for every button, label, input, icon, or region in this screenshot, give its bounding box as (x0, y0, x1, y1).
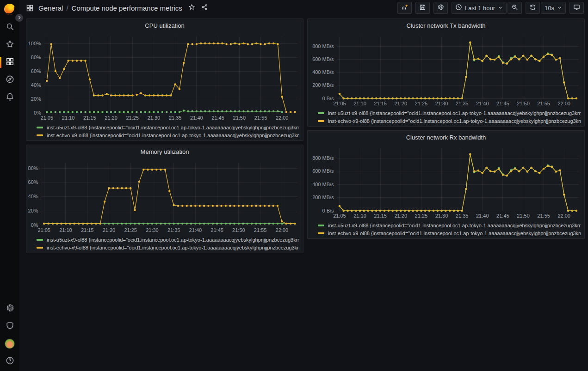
panel-header[interactable]: CPU utilization (26, 19, 303, 32)
time-range-label: Last 1 hour (465, 5, 495, 12)
network-tx-chart[interactable]: 0 B/s200 MB/s400 MB/s600 MB/s800 MB/s21:… (308, 32, 584, 109)
panel-header[interactable]: Cluster network Tx bandwidth (308, 19, 584, 32)
sidebar-item-help[interactable] (0, 353, 19, 370)
share-dashboard-button[interactable] (201, 4, 208, 12)
sidebar-expand-button[interactable] (15, 14, 23, 22)
dashboard-title[interactable]: Compute node performance metrics (72, 4, 182, 12)
grafana-flame-icon (4, 4, 15, 15)
svg-text:600 MB/s: 600 MB/s (312, 56, 334, 62)
add-panel-button[interactable] (397, 2, 412, 14)
kiosk-mode-button[interactable] (569, 2, 584, 14)
svg-text:21:55: 21:55 (537, 213, 550, 219)
svg-text:21:35: 21:35 (456, 213, 469, 219)
svg-text:60%: 60% (31, 68, 41, 74)
legend-series-name: inst-u5uzt-x9-ol88 {instancepoolid="ocid… (328, 110, 581, 116)
panel-network-rx: Cluster network Rx bandwidth 0 B/s200 MB… (307, 130, 585, 239)
legend-item[interactable]: inst-echvo-x9-ol88 {instancepoolid="ocid… (37, 131, 299, 139)
svg-text:20%: 20% (28, 208, 38, 213)
sidebar-nav-top (0, 18, 19, 106)
legend-item[interactable]: inst-echvo-x9-ol88 {instancepoolid="ocid… (37, 243, 299, 251)
zoom-out-icon (511, 4, 518, 12)
zoom-out-time-button[interactable] (508, 2, 522, 14)
legend-item[interactable]: inst-u5uzt-x9-ol88 {instancepoolid="ocid… (37, 123, 299, 131)
svg-text:20%: 20% (31, 96, 41, 102)
svg-text:21:20: 21:20 (394, 101, 407, 106)
sidebar-item-profile[interactable] (0, 335, 19, 353)
svg-text:21:55: 21:55 (254, 115, 267, 121)
main-area: General / Compute node performance metri… (19, 0, 588, 371)
legend-item[interactable]: inst-u5uzt-x9-ol88 {instancepoolid="ocid… (37, 236, 299, 243)
monitor-icon (573, 4, 580, 12)
help-icon (6, 356, 14, 367)
svg-text:0 B/s: 0 B/s (322, 96, 334, 101)
memory-utilization-chart[interactable]: 0%20%40%60%80%21:0521:1021:1521:2021:252… (26, 158, 303, 235)
network-rx-chart[interactable]: 0 B/s200 MB/s400 MB/s600 MB/s800 MB/s21:… (308, 144, 584, 221)
svg-text:0%: 0% (34, 110, 41, 116)
legend-series-swatch (37, 127, 43, 128)
sidebar (0, 0, 19, 371)
dashboards-grid-icon (6, 57, 14, 68)
legend: inst-u5uzt-x9-ol88 {instancepoolid="ocid… (26, 123, 303, 140)
svg-text:21:10: 21:10 (353, 101, 366, 106)
panel-header[interactable]: Cluster network Rx bandwidth (308, 131, 584, 144)
bell-icon (6, 92, 14, 103)
refresh-interval-label: 10s (545, 5, 554, 12)
refresh-interval-picker[interactable]: 10s (541, 2, 566, 14)
save-dashboard-button[interactable] (415, 2, 430, 14)
sidebar-item-starred[interactable] (0, 36, 19, 54)
svg-text:40%: 40% (31, 82, 41, 88)
gear-icon (437, 4, 444, 12)
dashboard-grid: CPU utilization 0%20%40%60%80%100%21:052… (19, 16, 588, 371)
panel-title: Cluster network Tx bandwidth (406, 22, 485, 29)
topbar: General / Compute node performance metri… (19, 0, 588, 16)
svg-text:21:05: 21:05 (41, 115, 54, 121)
clock-icon (455, 4, 462, 12)
svg-text:21:50: 21:50 (517, 101, 530, 106)
svg-text:200 MB/s: 200 MB/s (312, 195, 334, 200)
save-icon (419, 4, 426, 12)
legend-item[interactable]: inst-u5uzt-x9-ol88 {instancepoolid="ocid… (318, 109, 581, 117)
add-panel-icon (401, 4, 408, 12)
user-avatar (5, 339, 15, 349)
breadcrumb-folder[interactable]: General (38, 4, 63, 12)
legend-item[interactable]: inst-u5uzt-x9-ol88 {instancepoolid="ocid… (318, 221, 581, 229)
legend-series-swatch (37, 247, 43, 249)
legend-series-name: inst-u5uzt-x9-ol88 {instancepoolid="ocid… (47, 125, 299, 130)
svg-text:21:45: 21:45 (211, 115, 224, 121)
chevron-down-icon (498, 5, 503, 12)
time-picker-group: Last 1 hour (452, 2, 522, 14)
svg-text:21:30: 21:30 (146, 227, 159, 233)
svg-text:21:25: 21:25 (124, 227, 137, 233)
svg-text:21:45: 21:45 (496, 213, 509, 219)
svg-text:400 MB/s: 400 MB/s (312, 182, 334, 187)
svg-text:0%: 0% (31, 222, 38, 228)
dashboard-settings-button[interactable] (433, 2, 448, 14)
time-range-picker[interactable]: Last 1 hour (452, 2, 507, 14)
panel-memory-utilization: Memory utilization 0%20%40%60%80%21:0521… (26, 145, 303, 253)
sidebar-item-dashboards[interactable] (0, 54, 19, 71)
svg-text:21:40: 21:40 (189, 227, 202, 233)
refresh-group: 10s (526, 2, 566, 14)
svg-text:21:40: 21:40 (476, 101, 489, 106)
svg-text:21:20: 21:20 (103, 227, 116, 233)
breadcrumb-separator: / (66, 4, 68, 12)
cpu-utilization-chart[interactable]: 0%20%40%60%80%100%21:0521:1021:1521:2021… (26, 32, 303, 123)
svg-text:21:05: 21:05 (333, 213, 346, 219)
panel-title: Memory utilization (141, 148, 189, 155)
sidebar-item-server-admin[interactable] (0, 317, 19, 335)
sidebar-item-configuration[interactable] (0, 300, 19, 317)
legend-series-name: inst-echvo-x9-ol88 {instancepoolid="ocid… (47, 245, 299, 250)
sidebar-item-explore[interactable] (0, 71, 19, 89)
star-dashboard-button[interactable] (188, 4, 195, 12)
refresh-button[interactable] (526, 2, 540, 14)
svg-text:21:05: 21:05 (333, 101, 346, 106)
panel-header[interactable]: Memory utilization (26, 145, 303, 158)
legend-item[interactable]: inst-echvo-x9-ol88 {instancepoolid="ocid… (318, 229, 581, 237)
sidebar-item-alerting[interactable] (0, 89, 19, 106)
legend-item[interactable]: inst-echvo-x9-ol88 {instancepoolid="ocid… (318, 117, 581, 125)
grafana-app: General / Compute node performance metri… (0, 0, 588, 371)
svg-text:22:00: 22:00 (557, 213, 570, 219)
svg-text:21:30: 21:30 (148, 115, 161, 121)
svg-text:21:15: 21:15 (374, 213, 387, 219)
svg-text:21:10: 21:10 (59, 227, 72, 233)
